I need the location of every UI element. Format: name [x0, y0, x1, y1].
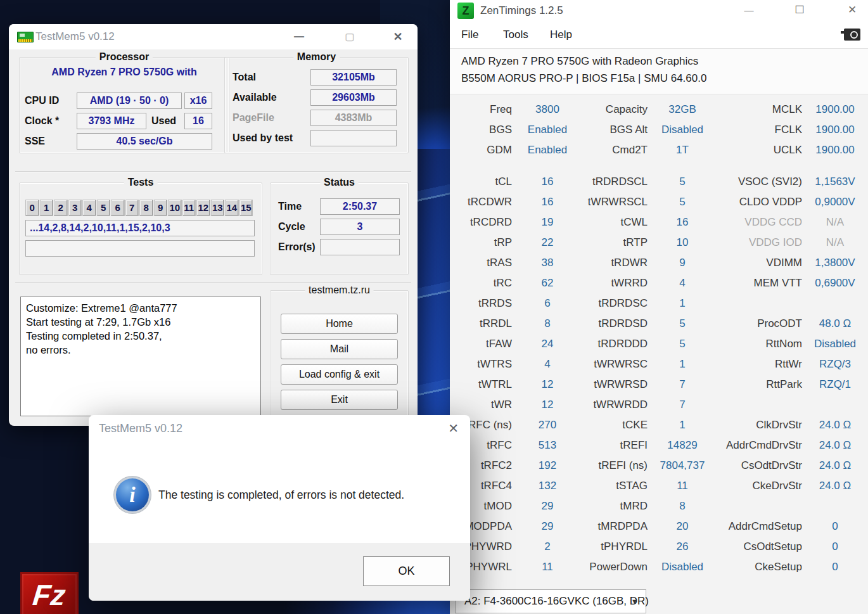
- test-number-boxes: 0123456789101112131415: [25, 200, 253, 216]
- timing-label: tWRRD: [583, 277, 648, 290]
- test-number-10[interactable]: 10: [168, 200, 182, 216]
- timing-value: 132: [512, 480, 583, 492]
- maximize-button[interactable]: ☐: [789, 0, 810, 22]
- close-button[interactable]: ✕: [387, 24, 409, 49]
- sse-value: 40.5 sec/Gb: [77, 133, 212, 150]
- timing-label: tCWL: [583, 216, 648, 229]
- maximize-button[interactable]: ▢: [339, 24, 361, 49]
- timing-label: CsOdtSetup: [717, 540, 802, 553]
- timing-value: Enabled: [512, 124, 583, 136]
- timing-label: GDM: [450, 144, 512, 157]
- test-number-14[interactable]: 14: [225, 200, 239, 216]
- test-number-6[interactable]: 6: [111, 200, 125, 216]
- minimize-button[interactable]: —: [738, 0, 760, 22]
- dimm-selector-value: A2: F4-3600C16-16GVKC (16GB, DR): [464, 590, 649, 613]
- home-button[interactable]: Home: [281, 314, 398, 334]
- timing-label: tWRWRSCL: [583, 196, 648, 208]
- test-number-0[interactable]: 0: [25, 200, 39, 216]
- timing-label: VDDG CCD: [717, 216, 802, 229]
- timing-label: tPHYRDL: [583, 540, 648, 553]
- site-buttons: HomeMailLoad config & exitExit: [281, 314, 398, 415]
- ok-button[interactable]: OK: [363, 556, 450, 586]
- info-icon: i: [116, 478, 149, 511]
- memory-available-value: 29603Mb: [310, 89, 397, 106]
- system-description: AMD Ryzen 7 PRO 5750G with Radeon Graphi…: [450, 49, 868, 94]
- timing-label: Capacity: [583, 103, 648, 116]
- test-number-1[interactable]: 1: [40, 200, 54, 216]
- test-sequence-field: ...14,2,8,14,2,10,11,1,15,2,10,3: [25, 220, 255, 236]
- tests-group-title: Tests: [124, 177, 158, 188]
- test-number-15[interactable]: 15: [239, 200, 253, 216]
- timing-value: 12: [512, 378, 583, 391]
- timing-value: 10: [648, 236, 717, 249]
- screenshot-camera-icon[interactable]: [844, 29, 860, 41]
- test-number-2[interactable]: 2: [54, 200, 68, 216]
- timing-label: CkeDrvStr: [717, 480, 802, 492]
- timing-value: 7: [648, 399, 717, 411]
- clock-label: Clock *: [25, 113, 59, 129]
- timing-value: 1: [648, 297, 717, 310]
- test-number-5[interactable]: 5: [97, 200, 111, 216]
- timings-row: tRFC513tREFI14829AddrCmdDrvStr24.0 Ω: [450, 435, 868, 456]
- timing-label: tMRDPDA: [583, 520, 648, 533]
- timing-label: VDIMM: [717, 257, 802, 269]
- mail-button[interactable]: Mail: [281, 339, 398, 359]
- timing-value: 48.0 Ω: [802, 317, 868, 330]
- timing-label: ProcODT: [717, 317, 802, 330]
- minimize-button[interactable]: —: [288, 24, 310, 49]
- timing-label: tWTRL: [450, 378, 512, 391]
- timing-label: tRDRDDD: [583, 338, 648, 350]
- testmem5-window: TestMem5 v0.12 — ▢ ✕ Processor AMD Ryzen…: [9, 24, 418, 426]
- timing-label: tCL: [450, 176, 512, 188]
- test-number-9[interactable]: 9: [154, 200, 168, 216]
- timing-value: 16: [512, 196, 583, 208]
- close-icon[interactable]: ✕: [448, 421, 459, 436]
- timing-value: 1T: [648, 144, 717, 157]
- timings-row: tRCDWR16tWRWRSCL5CLDO VDDP0,9000V: [450, 192, 868, 212]
- test-number-13[interactable]: 13: [211, 200, 225, 216]
- menu-file[interactable]: File: [461, 22, 478, 48]
- dialog-footer: OK: [89, 543, 470, 601]
- timing-value: N/A: [802, 236, 868, 249]
- tests-group: Tests 0123456789101112131415 ...14,2,8,1…: [19, 182, 262, 275]
- timing-label: tRP: [450, 236, 512, 249]
- log-line: Customize: Extreme1 @anta777: [26, 301, 255, 315]
- filezilla-icon[interactable]: Fz: [20, 572, 79, 614]
- test-number-4[interactable]: 4: [82, 200, 96, 216]
- dimm-selector-dropdown[interactable]: A2: F4-3600C16-16GVKC (16GB, DR) ▼: [455, 589, 646, 613]
- timings-row: GDMEnabledCmd2T1TUCLK1900.00: [450, 140, 868, 160]
- timing-value: 1900.00: [802, 144, 868, 157]
- load-config-exit-button[interactable]: Load config & exit: [281, 364, 398, 385]
- timing-value: 1: [648, 419, 717, 432]
- menu-help[interactable]: Help: [550, 22, 572, 48]
- test-number-8[interactable]: 8: [139, 200, 153, 216]
- memory-usedbytest-label: Used by test: [233, 130, 293, 146]
- timing-value: 3800: [512, 103, 583, 116]
- timing-value: 62: [512, 277, 583, 290]
- test-number-7[interactable]: 7: [125, 200, 139, 216]
- exit-button[interactable]: Exit: [281, 390, 398, 410]
- test-number-12[interactable]: 12: [196, 200, 210, 216]
- menu-tools[interactable]: Tools: [503, 22, 528, 48]
- zentimings-titlebar: Z ZenTimings 1.2.5 — ☐ ✕: [450, 0, 868, 22]
- zentimings-menubar: File Tools Help: [450, 22, 868, 49]
- timing-label: BGS: [450, 124, 512, 136]
- timings-main-grid: tCL16tRDRDSCL5VSOC (SVI2)1,1563VtRCDWR16…: [450, 172, 868, 577]
- timings-row: tPHYWRD2tPHYRDL26CsOdtSetup0: [450, 537, 868, 557]
- close-button[interactable]: ✕: [841, 0, 863, 22]
- test-number-3[interactable]: 3: [68, 200, 82, 216]
- timing-label: tRDRDSD: [583, 317, 648, 330]
- timing-label: tRRDS: [450, 297, 512, 310]
- timing-label: Freq: [450, 103, 512, 116]
- used-value: 16: [184, 113, 212, 129]
- sse-label: SSE: [25, 133, 45, 150]
- timings-row: tRFC2192tREFI (ns)7804,737CsOdtDrvStr24.…: [450, 456, 868, 476]
- timing-value: 0: [802, 561, 868, 573]
- timing-label: CkeSetup: [717, 561, 802, 573]
- timing-value: 0: [802, 520, 868, 533]
- status-group-title: Status: [320, 177, 359, 188]
- timing-label: tRCDRD: [450, 216, 512, 229]
- cpu-multiplier-value: x16: [184, 93, 212, 109]
- filezilla-glyph: Fz: [32, 580, 67, 610]
- test-number-11[interactable]: 11: [182, 200, 196, 216]
